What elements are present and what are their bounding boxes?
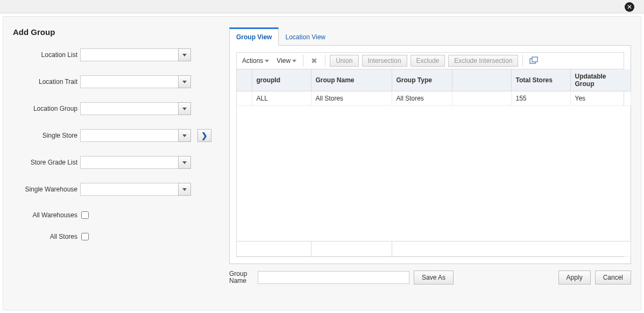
label-all-warehouses: All Warehouses [13, 211, 77, 219]
input-single-store[interactable] [80, 129, 178, 142]
row-location-list: Location List [13, 48, 214, 61]
col-updatable-group[interactable]: Updatable Group [570, 69, 631, 91]
tab-location-view[interactable]: Location View [279, 27, 332, 46]
row-store-grade-list: Store Grade List [13, 156, 214, 169]
dropdown-location-list[interactable] [178, 48, 191, 61]
input-group-name[interactable] [258, 271, 409, 284]
input-location-group[interactable] [80, 102, 178, 115]
dropdown-store-grade-list[interactable] [178, 156, 191, 169]
input-single-warehouse[interactable] [80, 183, 178, 196]
combo-single-store[interactable] [80, 129, 191, 142]
save-as-button[interactable]: Save As [414, 271, 454, 284]
dropdown-location-trait[interactable] [178, 75, 191, 88]
toolbar-actions-label: Actions [242, 57, 263, 65]
intersection-button[interactable]: Intersection [362, 55, 407, 67]
label-single-store: Single Store [13, 132, 77, 139]
tab-group-view[interactable]: Group View [229, 27, 279, 46]
col-group-type[interactable]: Group Type [392, 69, 452, 91]
row-location-trait: Location Trait [13, 75, 214, 88]
right-pane: Group View Location View Actions View ✖ [229, 27, 631, 299]
input-store-grade-list[interactable] [80, 156, 178, 169]
dropdown-single-store[interactable] [178, 129, 191, 142]
cell-updatable-group: Yes [570, 91, 631, 106]
checkbox-all-stores[interactable] [81, 233, 89, 240]
chevron-down-icon [265, 60, 269, 62]
checkbox-all-warehouses[interactable] [81, 211, 89, 219]
cell-group-name: All Stores [311, 91, 392, 106]
toolbar-divider [303, 55, 303, 67]
grid-groups: groupId Group Name Group Type Total Stor… [236, 69, 624, 257]
label-group-name: Group Name [229, 271, 253, 284]
union-button[interactable]: Union [330, 55, 358, 67]
apply-button[interactable]: Apply [558, 271, 591, 284]
label-location-list: Location List [13, 51, 77, 59]
toolbar-view-label: View [277, 57, 291, 65]
chevron-down-icon [182, 81, 187, 83]
detach-icon [529, 56, 538, 65]
combo-store-grade-list[interactable] [80, 156, 191, 169]
detach-button[interactable] [527, 55, 540, 67]
col-blank[interactable] [452, 69, 511, 91]
dialog-topbar [0, 0, 644, 13]
exclude-button[interactable]: Exclude [411, 55, 445, 67]
col-rowheader[interactable] [237, 69, 252, 91]
combo-location-list[interactable] [80, 48, 191, 61]
delete-icon: ✖ [311, 56, 317, 65]
bottom-bar: Group Name Save As Apply Cancel [229, 271, 631, 284]
left-form-pane: Add Group Location List Location Trait L… [3, 17, 224, 264]
cell-blank [452, 91, 511, 106]
chevron-down-icon [182, 134, 187, 137]
grid-empty-space [237, 106, 631, 241]
row-location-group: Location Group [13, 102, 214, 115]
grid-footer-row [237, 241, 631, 257]
toolbar-actions-menu[interactable]: Actions [240, 56, 271, 66]
arrow-right-icon: ❯ [201, 132, 208, 139]
toolbar-view-menu[interactable]: View [274, 56, 299, 66]
toolbar-divider [325, 55, 325, 67]
col-group-name[interactable]: Group Name [311, 69, 392, 91]
dropdown-location-group[interactable] [178, 102, 191, 115]
section-title: Add Group [13, 27, 214, 37]
label-location-group: Location Group [13, 105, 77, 112]
combo-single-warehouse[interactable] [80, 183, 191, 196]
label-store-grade-list: Store Grade List [13, 159, 77, 166]
dialog-add-group: ✕ Add Group Location List Location Trait [0, 0, 644, 313]
svg-rect-1 [532, 57, 537, 62]
close-icon[interactable]: ✕ [625, 2, 634, 12]
cell-total-stores: 155 [511, 91, 570, 106]
label-single-warehouse: Single Warehouse [13, 186, 77, 193]
chevron-down-icon [182, 108, 187, 110]
add-single-store-button[interactable]: ❯ [197, 129, 211, 142]
row-single-store: Single Store ❯ [13, 129, 214, 142]
chevron-down-icon [182, 188, 187, 191]
cell-group-type: All Stores [392, 91, 452, 106]
chevron-down-icon [292, 60, 296, 62]
row-all-stores: All Stores [13, 231, 214, 242]
chevron-down-icon [182, 161, 187, 164]
table-row[interactable]: ALL All Stores All Stores 155 Yes [237, 91, 631, 106]
combo-location-trait[interactable] [80, 75, 191, 88]
tab-content-group-view: Actions View ✖ Union Intersection Exclud… [229, 46, 631, 264]
input-location-trait[interactable] [80, 75, 178, 88]
grid-toolbar: Actions View ✖ Union Intersection Exclud… [236, 52, 624, 69]
label-location-trait: Location Trait [13, 78, 77, 86]
dialog-body: Add Group Location List Location Trait L… [3, 16, 641, 310]
combo-location-group[interactable] [80, 102, 191, 115]
col-groupid[interactable]: groupId [252, 69, 311, 91]
cell-groupid: ALL [252, 91, 311, 106]
exclude-intersection-button[interactable]: Exclude Intersection [448, 55, 518, 67]
cancel-button[interactable]: Cancel [595, 271, 631, 284]
chevron-down-icon [182, 54, 187, 56]
row-selector[interactable] [237, 91, 252, 106]
row-all-warehouses: All Warehouses [13, 210, 214, 220]
grid-header-row: groupId Group Name Group Type Total Stor… [237, 69, 631, 91]
toolbar-divider [522, 55, 523, 67]
col-total-stores[interactable]: Total Stores [511, 69, 570, 91]
input-location-list[interactable] [80, 48, 178, 61]
dropdown-single-warehouse[interactable] [178, 183, 191, 196]
delete-button[interactable]: ✖ [308, 55, 321, 67]
tabbar: Group View Location View [229, 27, 631, 46]
row-single-warehouse: Single Warehouse [13, 183, 214, 196]
label-all-stores: All Stores [13, 233, 77, 240]
